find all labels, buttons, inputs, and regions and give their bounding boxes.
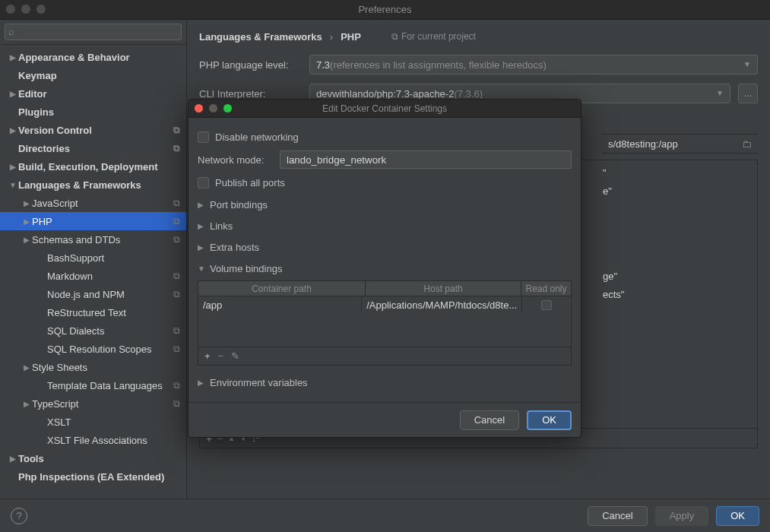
copy-icon: ⧉: [173, 234, 182, 245]
arrow-icon: ▶: [21, 400, 32, 408]
sidebar-item-label: Template Data Languages: [47, 380, 163, 391]
path-field[interactable]: s/d8testing:/app 🗀: [602, 134, 758, 154]
maximize-icon[interactable]: [36, 5, 46, 14]
sidebar-item-appearance-behavior[interactable]: ▶Appearance & Behavior: [0, 48, 186, 66]
arrow-icon: ▶: [21, 217, 32, 226]
sidebar-item-template-data-languages[interactable]: Template Data Languages⧉: [0, 376, 186, 394]
sidebar-item-label: Directories: [18, 143, 70, 154]
php-level-label: PHP language level:: [199, 59, 302, 71]
sidebar-item-label: Languages & Frameworks: [18, 179, 141, 191]
search-input[interactable]: [5, 24, 182, 40]
cli-more-button[interactable]: …: [738, 84, 758, 103]
cancel-button[interactable]: Cancel: [588, 506, 647, 526]
breadcrumb-a: Languages & Frameworks: [199, 31, 322, 43]
help-button[interactable]: ?: [11, 508, 27, 524]
sidebar-item-restructured-text[interactable]: ReStructured Text: [0, 303, 186, 321]
sidebar-item-build-execution-deployment[interactable]: ▶Build, Execution, Deployment: [0, 157, 186, 176]
copy-icon: ⧉: [173, 125, 182, 135]
modal-cancel-button[interactable]: Cancel: [460, 410, 519, 430]
sidebar-item-label: SQL Resolution Scopes: [47, 344, 152, 355]
arrow-icon: ▶: [8, 163, 18, 171]
close-icon[interactable]: [6, 5, 15, 14]
extra-hosts-section[interactable]: ▶Extra hosts: [198, 236, 572, 258]
maximize-icon[interactable]: [223, 104, 232, 112]
copy-icon: ⧉: [173, 143, 182, 154]
sidebar-item-label: Plugins: [18, 106, 54, 118]
sidebar-item-markdown[interactable]: Markdown⧉: [0, 267, 186, 285]
arrow-icon: ▶: [21, 199, 32, 207]
sidebar-item-plugins[interactable]: Plugins: [0, 103, 186, 121]
sidebar-item-xslt-file-associations[interactable]: XSLT File Associations: [0, 431, 186, 449]
arrow-icon: ▶: [21, 236, 32, 244]
sidebar-item-version-control[interactable]: ▶Version Control⧉: [0, 121, 186, 139]
modal-ok-button[interactable]: OK: [527, 410, 572, 430]
sidebar-item-label: Node.js and NPM: [47, 289, 125, 300]
sidebar-item-php[interactable]: ▶PHP⧉: [0, 212, 186, 230]
modal-title: Edit Docker Container Settings: [322, 103, 447, 114]
php-level-select[interactable]: 7.3 (references in list assignments, fle…: [309, 55, 758, 74]
sidebar-item-label: Editor: [18, 88, 47, 100]
close-icon[interactable]: [195, 104, 203, 112]
volume-row[interactable]: /app /Applications/MAMP/htdocs/d8te...: [198, 296, 571, 313]
copy-icon: ⧉: [173, 271, 182, 281]
add-icon[interactable]: +: [204, 350, 211, 362]
minimize-icon[interactable]: [21, 5, 30, 14]
remove-icon[interactable]: −: [218, 350, 224, 362]
publish-ports-checkbox[interactable]: [198, 177, 209, 188]
sidebar-item-languages-frameworks[interactable]: ▼Languages & Frameworks: [0, 176, 186, 194]
port-bindings-section[interactable]: ▶Port bindings: [198, 194, 572, 215]
sidebar-item-php-inspections-ea-extended-[interactable]: Php Inspections (EA Extended): [0, 467, 186, 486]
sidebar-item-directories[interactable]: Directories⧉: [0, 139, 186, 157]
sidebar-item-label: Keymap: [18, 70, 57, 81]
copy-icon: ⧉: [391, 31, 398, 42]
sidebar-item-typescript[interactable]: ▶TypeScript⧉: [0, 394, 186, 413]
sidebar-item-style-sheets[interactable]: ▶Style Sheets: [0, 358, 186, 376]
copy-icon: ⧉: [173, 398, 182, 409]
sidebar-item-keymap[interactable]: Keymap: [0, 66, 186, 84]
arrow-icon: ▶: [21, 363, 32, 372]
disable-networking-checkbox[interactable]: [198, 131, 209, 143]
sidebar-item-tools[interactable]: ▶Tools: [0, 449, 186, 467]
sidebar-item-bashsupport[interactable]: BashSupport: [0, 249, 186, 267]
sidebar-item-schemas-and-dtds[interactable]: ▶Schemas and DTDs⧉: [0, 230, 186, 249]
breadcrumb-b: PHP: [341, 31, 361, 43]
sidebar-item-xslt[interactable]: XSLT: [0, 413, 186, 431]
sidebar-item-label: Build, Execution, Deployment: [18, 161, 157, 173]
sidebar-item-label: XSLT File Associations: [47, 435, 147, 446]
sidebar-item-sql-dialects[interactable]: SQL Dialects⧉: [0, 321, 186, 340]
col-read-only: Read only: [521, 281, 571, 296]
chevron-down-icon: ▼: [743, 60, 751, 68]
copy-icon: ⧉: [173, 198, 182, 208]
col-host-path: Host path: [366, 281, 521, 296]
sidebar-item-javascript[interactable]: ▶JavaScript⧉: [0, 194, 186, 212]
cli-label: CLI Interpreter:: [199, 88, 302, 100]
minimize-icon[interactable]: [209, 104, 217, 112]
volume-bindings-section[interactable]: ▼Volume bindings: [198, 258, 572, 279]
sidebar-item-label: BashSupport: [47, 252, 104, 264]
apply-button[interactable]: Apply: [655, 506, 709, 526]
network-mode-input[interactable]: [280, 150, 572, 169]
chevron-down-icon: ▼: [716, 89, 724, 97]
ok-button[interactable]: OK: [716, 506, 759, 526]
sidebar-item-sql-resolution-scopes[interactable]: SQL Resolution Scopes⧉: [0, 340, 186, 358]
col-container-path: Container path: [198, 281, 366, 296]
traffic-lights: [6, 5, 46, 14]
sidebar-item-label: PHP: [32, 216, 52, 227]
modal-titlebar: Edit Docker Container Settings: [189, 100, 581, 118]
network-mode-label: Network mode:: [198, 154, 274, 166]
search-icon: ⌕: [8, 26, 14, 37]
volume-bindings-table: Container path Host path Read only /app …: [198, 280, 572, 366]
env-vars-section[interactable]: ▶Environment variables: [198, 372, 572, 393]
sidebar: ⌕ ▶Appearance & BehaviorKeymap▶EditorPlu…: [0, 20, 187, 499]
sidebar-item-node-js-and-npm[interactable]: Node.js and NPM⧉: [0, 285, 186, 303]
links-section[interactable]: ▶Links: [198, 215, 572, 236]
readonly-checkbox[interactable]: [541, 300, 552, 310]
copy-icon: ⧉: [173, 344, 182, 354]
folder-icon[interactable]: 🗀: [742, 138, 752, 150]
sidebar-item-label: Markdown: [47, 271, 93, 282]
chevron-right-icon: ›: [330, 31, 333, 43]
edit-icon[interactable]: ✎: [231, 350, 239, 362]
sidebar-item-editor[interactable]: ▶Editor: [0, 84, 186, 103]
copy-icon: ⧉: [173, 380, 182, 391]
titlebar: Preferences: [0, 0, 770, 20]
